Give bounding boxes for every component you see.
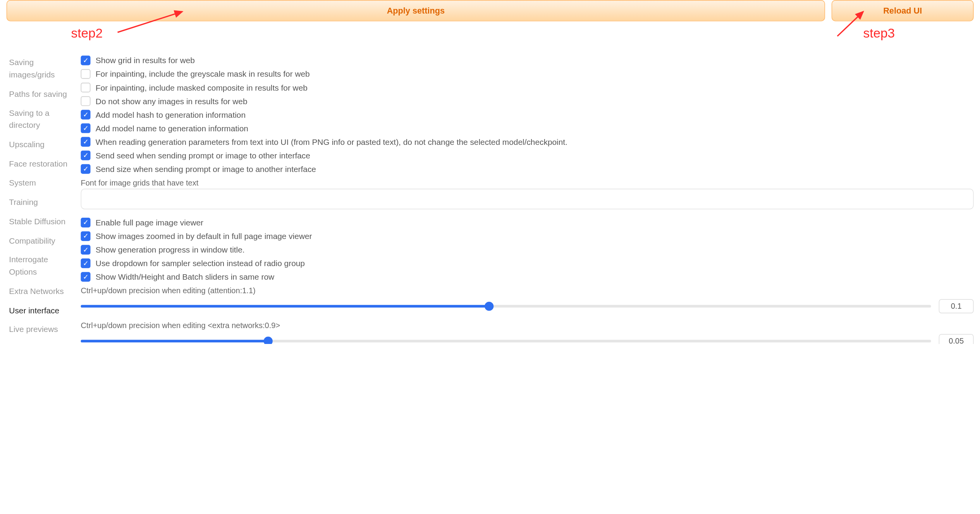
setting-row: ✓Use dropdown for sampler selection inst…	[81, 256, 974, 270]
setting-label: Show Width/Height and Batch sliders in s…	[96, 272, 274, 281]
font-input[interactable]	[81, 189, 974, 209]
setting-row: ✓Enable full page image viewer	[81, 216, 974, 229]
attention-precision-value[interactable]: 0.1	[939, 299, 974, 313]
setting-label: For inpainting, include masked composite…	[96, 83, 308, 92]
checkbox[interactable]: ✓	[81, 218, 91, 227]
setting-label: When reading generation parameters from …	[96, 137, 567, 146]
sidebar-item-interrogate-options[interactable]: Interrogate Options	[7, 251, 71, 282]
checkbox[interactable]: ✓	[81, 137, 91, 147]
setting-label: Do not show any images in results for we…	[96, 96, 248, 105]
extra-networks-precision-slider[interactable]	[81, 340, 931, 342]
sidebar-item-upscaling[interactable]: Upscaling	[7, 136, 71, 154]
sidebar-item-user-interface[interactable]: User interface	[7, 301, 71, 320]
checkbox[interactable]: ✓	[81, 272, 91, 282]
sidebar-item-paths-for-saving[interactable]: Paths for saving	[7, 85, 71, 103]
setting-label: Add model name to generation information	[96, 124, 248, 132]
setting-row: ✓Add model name to generation informatio…	[81, 122, 974, 135]
font-label: Font for image grids that have text	[81, 178, 974, 187]
checkbox[interactable]: ✓	[81, 245, 91, 254]
sidebar-item-compatibility[interactable]: Compatibility	[7, 232, 71, 250]
setting-row: ✓When reading generation parameters from…	[81, 135, 974, 149]
checkbox[interactable]	[81, 83, 91, 93]
settings-content: ✓Show grid in results for webFor inpaint…	[71, 28, 973, 344]
apply-settings-button[interactable]: Apply settings	[7, 0, 825, 21]
setting-row: For inpainting, include masked composite…	[81, 81, 974, 95]
sidebar-item-saving-images-grids[interactable]: Saving images/grids	[7, 53, 71, 84]
checkbox[interactable]: ✓	[81, 258, 91, 268]
setting-row: ✓Show grid in results for web	[81, 53, 974, 67]
setting-label: Show grid in results for web	[96, 56, 195, 65]
checkbox[interactable]: ✓	[81, 164, 91, 174]
setting-label: Show images zoomed in by default in full…	[96, 232, 312, 241]
setting-label: Add model hash to generation information	[96, 110, 246, 119]
setting-row: ✓Show images zoomed in by default in ful…	[81, 229, 974, 243]
setting-row: ✓Show generation progress in window titl…	[81, 243, 974, 256]
checkbox[interactable]	[81, 96, 91, 106]
setting-row: ✓Add model hash to generation informatio…	[81, 108, 974, 122]
checkbox[interactable]: ✓	[81, 55, 91, 65]
setting-label: Enable full page image viewer	[96, 218, 203, 227]
reload-ui-button[interactable]: Reload UI	[832, 0, 974, 21]
sidebar-item-extra-networks[interactable]: Extra Networks	[7, 282, 71, 301]
attention-precision-slider[interactable]	[81, 305, 931, 308]
setting-row: ✓Send seed when sending prompt or image …	[81, 149, 974, 162]
setting-label: Use dropdown for sampler selection inste…	[96, 259, 305, 268]
setting-row: ✓Send size when sending prompt or image …	[81, 162, 974, 176]
checkbox[interactable]: ✓	[81, 231, 91, 241]
sidebar-item-system[interactable]: System	[7, 174, 71, 193]
setting-label: Send size when sending prompt or image t…	[96, 165, 316, 174]
settings-sidebar: Saving images/gridsPaths for savingSavin…	[7, 28, 71, 344]
slider1-label: Ctrl+up/down precision when editing (att…	[81, 286, 974, 295]
slider2-label: Ctrl+up/down precision when editing <ext…	[81, 321, 974, 330]
setting-row: Do not show any images in results for we…	[81, 95, 974, 108]
setting-label: For inpainting, include the greyscale ma…	[96, 69, 310, 78]
checkbox[interactable]: ✓	[81, 124, 91, 133]
sidebar-item-training[interactable]: Training	[7, 193, 71, 212]
sidebar-item-live-previews[interactable]: Live previews	[7, 321, 71, 339]
sidebar-item-stable-diffusion[interactable]: Stable Diffusion	[7, 212, 71, 231]
sidebar-item-sampler-parameters[interactable]: Sampler parameters	[7, 340, 71, 344]
setting-row: ✓Show Width/Height and Batch sliders in …	[81, 270, 974, 284]
checkbox[interactable]: ✓	[81, 151, 91, 160]
setting-label: Show generation progress in window title…	[96, 245, 245, 254]
checkbox[interactable]	[81, 69, 91, 79]
sidebar-item-face-restoration[interactable]: Face restoration	[7, 155, 71, 173]
setting-row: For inpainting, include the greyscale ma…	[81, 67, 974, 81]
extra-networks-precision-value[interactable]: 0.05	[939, 334, 974, 344]
checkbox[interactable]: ✓	[81, 110, 91, 120]
setting-label: Send seed when sending prompt or image t…	[96, 151, 310, 160]
sidebar-item-saving-to-a-directory[interactable]: Saving to a directory	[7, 104, 71, 135]
